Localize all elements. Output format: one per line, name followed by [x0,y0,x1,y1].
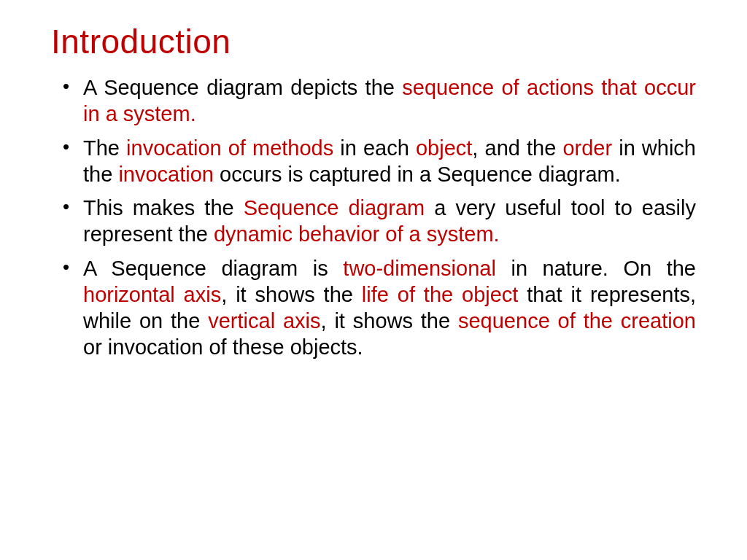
bullet-text-part: The [83,136,126,160]
bullet-text-part: , it shows the [221,283,362,306]
bullet-text-part: , and the [472,136,562,160]
bullet-text-part: life of the object [362,283,527,306]
bullet-text-part: two-dimensional [343,257,511,280]
bullet-item: A Sequence diagram is two-dimensional in… [70,255,696,361]
bullet-text-part: in each [340,136,416,160]
bullet-text-part: dynamic behavior of a system. [214,222,500,246]
bullet-text-part: This makes the [83,196,244,219]
bullet-list: A Sequence diagram depicts the sequence … [51,74,696,361]
bullet-text-part: in nature. On the [511,257,696,280]
bullet-text-part: Sequence diagram [244,196,435,219]
bullet-item: This makes the Sequence diagram a very u… [70,195,696,248]
bullet-text-part: or invocation of these objects. [83,335,363,359]
bullet-item: A Sequence diagram depicts the sequence … [70,74,696,128]
bullet-text-part: object [416,136,472,160]
bullet-text-part: horizontal axis [83,283,221,306]
bullet-text-part: invocation [118,163,220,186]
bullet-text-part: A Sequence diagram depicts the [83,76,402,99]
bullet-text-part: , it shows the [321,309,458,332]
bullet-text-part: invocation of methods [126,136,340,160]
bullet-text-part: occurs is captured in a Sequence diagram… [220,163,621,186]
bullet-text-part: order [562,136,619,160]
bullet-text-part: A Sequence diagram is [83,257,343,280]
slide-title: Introduction [51,22,696,61]
bullet-item: The invocation of methods in each object… [70,135,696,188]
bullet-text-part: sequence of the creation [458,309,696,332]
bullet-text-part: vertical axis [208,309,320,332]
